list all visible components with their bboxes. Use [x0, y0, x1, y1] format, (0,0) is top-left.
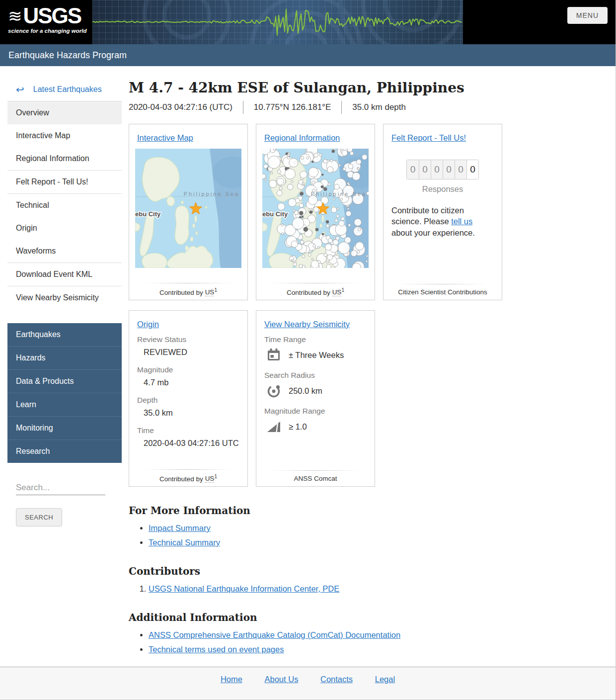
sidebar-item-view-nearby-seismicity[interactable]: View Nearby Seismicity	[7, 286, 122, 309]
magnitude-icon	[266, 419, 281, 434]
contributors-heading: Contributors	[129, 565, 608, 577]
search-input[interactable]	[16, 481, 105, 495]
footer-home-link[interactable]: Home	[221, 675, 242, 684]
depth-value: 35.0 km	[137, 408, 239, 418]
sidebar-item-felt-report[interactable]: Felt Report - Tell Us!	[7, 171, 122, 193]
sidebar-item-overview[interactable]: Overview	[7, 101, 122, 124]
map-image: Philippine Sea ebu City	[262, 149, 369, 268]
sitenav-hazards[interactable]: Hazards	[7, 347, 122, 370]
program-bar-title: Earthquake Hazards Program	[0, 44, 616, 66]
impact-summary-link[interactable]: Impact Summary	[149, 524, 211, 532]
contributor-abbr[interactable]: US	[332, 288, 342, 296]
interactive-map-card: Interactive Map Philippine Sea ebu City	[129, 124, 248, 300]
sitenav-learn[interactable]: Learn	[7, 393, 122, 417]
magnitude-range-value: ≥ 1.0	[289, 422, 307, 432]
comcat-documentation-link[interactable]: ANSS Comprehensive Earthquake Catalog (C…	[149, 630, 400, 639]
regional-information-link[interactable]: Regional Information	[264, 133, 340, 143]
review-status-label: Review Status	[137, 335, 239, 344]
nearby-seismicity-card: View Nearby Seismicity Time Range ± Thre…	[256, 310, 375, 487]
contributors-list: USGS National Earthquake Information Cen…	[129, 584, 608, 594]
seismograph-banner	[92, 0, 463, 44]
sidebar-item-waveforms[interactable]: Waveforms	[7, 240, 122, 262]
site-nav: Earthquakes Hazards Data & Products Lear…	[7, 323, 122, 463]
sidebar-item-download-event-kml[interactable]: Download Event KML	[7, 263, 122, 286]
felt-report-link[interactable]: Felt Report - Tell Us!	[391, 133, 466, 143]
contributor-neic-link[interactable]: USGS National Earthquake Information Cen…	[149, 584, 339, 593]
sitenav-monitoring[interactable]: Monitoring	[7, 417, 122, 440]
sidebar-item-technical[interactable]: Technical	[7, 194, 122, 217]
header-right: MENU	[463, 0, 616, 44]
contributor-abbr[interactable]: US	[205, 288, 215, 296]
event-title: M 4.7 - 42km ESE of Sulangan, Philippine…	[129, 80, 608, 96]
sitenav-research[interactable]: Research	[7, 440, 122, 463]
footer-legal-link[interactable]: Legal	[375, 675, 395, 684]
event-coordinates: 10.775°N 126.181°E	[254, 102, 331, 112]
for-more-information-heading: For More Information	[129, 505, 608, 517]
additional-information-list: ANSS Comprehensive Earthquake Catalog (C…	[129, 630, 608, 654]
calendar-icon	[266, 348, 281, 362]
view-nearby-seismicity-link[interactable]: View Nearby Seismicity	[264, 320, 350, 329]
magnitude-label: Magnitude	[137, 365, 239, 374]
usgs-tagline: science for a changing world	[8, 28, 92, 34]
list-item: Technical Summary	[149, 538, 608, 547]
regional-information-card: Regional Information Philippine Sea ebu …	[256, 124, 375, 300]
review-status-value: REVIEWED	[137, 348, 239, 357]
site-header: ≋ USGS science for a changing world MENU	[0, 0, 616, 44]
tell-us-link[interactable]: tell us	[451, 217, 472, 226]
felt-report-text: Contribute to citizen science. Please te…	[389, 205, 496, 238]
regional-map-thumbnail[interactable]: Philippine Sea ebu City	[262, 149, 369, 268]
time-value: 2020-04-03 04:27:16 UTC	[137, 438, 239, 448]
time-label: Time	[137, 426, 239, 435]
interactive-map-thumbnail[interactable]: Philippine Sea ebu City	[135, 149, 241, 268]
map-label-city: ebu City	[135, 210, 161, 218]
footer-contacts-link[interactable]: Contacts	[320, 675, 353, 684]
card-footer: Contributed by US1	[135, 469, 241, 483]
event-meta: 2020-04-03 04:27:16 (UTC) 10.775°N 126.1…	[129, 101, 608, 114]
time-range-label: Time Range	[264, 335, 367, 344]
list-item: Technical terms used on event pages	[149, 645, 608, 654]
sidebar-item-interactive-map[interactable]: Interactive Map	[7, 124, 122, 147]
responses-counter: 0 0 0 0 0 0	[406, 160, 479, 179]
menu-button[interactable]: MENU	[567, 7, 608, 24]
back-to-latest-earthquakes-link[interactable]: ↩ Latest Earthquakes	[7, 81, 122, 101]
sidebar-item-origin[interactable]: Origin	[7, 217, 122, 240]
card-footer: Contributed by US1	[262, 283, 369, 296]
responses-label: Responses	[389, 184, 496, 194]
map-label-sea: Philippine Sea	[311, 191, 367, 197]
depth-label: Depth	[137, 396, 239, 405]
main-content: M 4.7 - 42km ESE of Sulangan, Philippine…	[122, 66, 616, 676]
map-label-city: ebu City	[262, 210, 288, 218]
site-footer: Home About Us Contacts Legal	[0, 667, 616, 700]
usgs-waves-icon: ≋	[8, 8, 21, 23]
radius-icon	[266, 383, 281, 398]
usgs-logo[interactable]: ≋ USGS science for a changing world	[0, 0, 92, 44]
additional-information-heading: Additional Information	[129, 612, 608, 623]
list-item: Impact Summary	[149, 524, 608, 533]
map-label-sea: Philippine Sea	[184, 191, 239, 197]
magnitude-value: 4.7 mb	[137, 378, 239, 387]
contributor-abbr[interactable]: US	[205, 475, 215, 483]
card-footer: Contributed by US1	[135, 283, 241, 296]
sitenav-earthquakes[interactable]: Earthquakes	[7, 323, 122, 347]
list-item: ANSS Comprehensive Earthquake Catalog (C…	[149, 630, 608, 640]
magnitude-range-label: Magnitude Range	[264, 407, 367, 416]
search-button[interactable]: SEARCH	[16, 508, 62, 526]
map-image: Philippine Sea ebu City	[135, 149, 241, 268]
sidebar-item-regional-information[interactable]: Regional Information	[7, 147, 122, 170]
technical-terms-link[interactable]: Technical terms used on event pages	[149, 645, 284, 654]
search-radius-label: Search Radius	[264, 371, 367, 380]
interactive-map-link[interactable]: Interactive Map	[137, 133, 193, 143]
list-item: USGS National Earthquake Information Cen…	[149, 584, 608, 594]
card-footer: Citizen Scientist Contributions	[389, 284, 496, 296]
footer-about-link[interactable]: About Us	[265, 675, 299, 684]
sidebar: ↩ Latest Earthquakes Overview Interactiv…	[7, 66, 122, 526]
for-more-information-list: Impact Summary Technical Summary	[129, 524, 608, 547]
divider	[341, 101, 342, 114]
time-range-value: ± Three Weeks	[289, 350, 344, 360]
search-radius-value: 250.0 km	[289, 386, 322, 396]
origin-link[interactable]: Origin	[137, 320, 159, 329]
origin-card: Origin Review Status REVIEWED Magnitude …	[129, 310, 248, 487]
sitenav-data-products[interactable]: Data & Products	[7, 370, 122, 393]
usgs-logo-text: USGS	[23, 5, 81, 27]
technical-summary-link[interactable]: Technical Summary	[149, 538, 220, 547]
